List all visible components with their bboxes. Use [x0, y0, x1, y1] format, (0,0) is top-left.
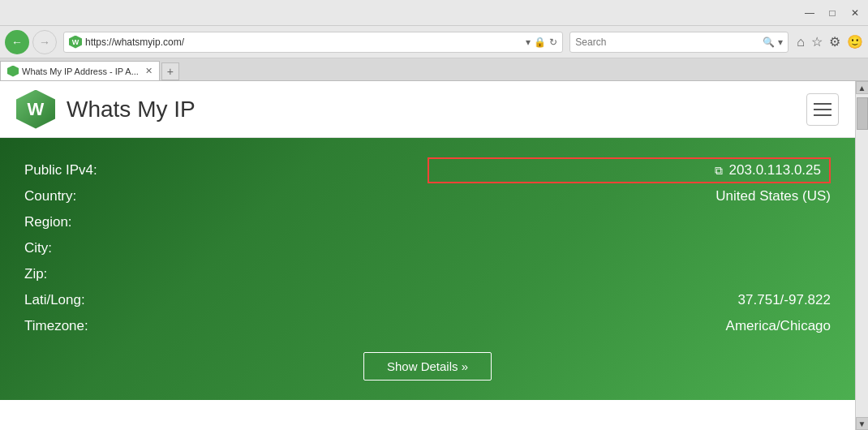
- country-label: Country:: [24, 183, 428, 209]
- scroll-down-button[interactable]: ▼: [856, 417, 869, 430]
- search-bar[interactable]: 🔍 ▾: [569, 32, 789, 53]
- zip-value: [428, 261, 831, 287]
- timezone-label: Timezone:: [24, 313, 428, 339]
- scrollbar: ▲ ▼: [855, 81, 868, 430]
- browser-window: — □ ✕ ← → W https://whatsmyip.com/ ▾ 🔒 ↻…: [0, 0, 868, 430]
- city-label: City:: [24, 235, 428, 261]
- ip-grid: Public IPv4: ⧉ 203.0.113.0.25 Country: U…: [24, 157, 831, 339]
- hamburger-button[interactable]: [806, 93, 839, 126]
- hamburger-line-2: [814, 109, 831, 110]
- browser-content-wrap: W Whats My IP Public IPv4: ⧉ 20: [0, 81, 868, 430]
- search-dropdown-icon[interactable]: ▾: [778, 37, 783, 48]
- scrollbar-thumb[interactable]: [857, 97, 868, 130]
- toolbar-icons: ⌂ ☆ ⚙ 🙂: [797, 34, 863, 49]
- hamburger-line-1: [814, 103, 831, 105]
- latilong-label: Lati/Long:: [24, 287, 428, 313]
- hamburger-line-3: [814, 114, 831, 116]
- minimize-button[interactable]: —: [803, 6, 816, 19]
- address-bar-favicon: W: [69, 36, 82, 49]
- tab-favicon: [7, 66, 19, 77]
- ipv4-label: Public IPv4:: [24, 157, 428, 183]
- tab-label: Whats My IP Address - IP A...: [22, 67, 139, 76]
- emoji-icon[interactable]: 🙂: [847, 34, 863, 49]
- new-tab-button[interactable]: +: [161, 62, 179, 80]
- scrollbar-track[interactable]: [856, 94, 868, 417]
- maximize-button[interactable]: □: [826, 6, 839, 19]
- copy-icon[interactable]: ⧉: [715, 164, 723, 178]
- title-bar: — □ ✕: [0, 0, 868, 26]
- region-value: [428, 209, 831, 235]
- settings-icon[interactable]: ⚙: [829, 34, 840, 49]
- back-button[interactable]: ←: [5, 30, 29, 54]
- active-tab[interactable]: Whats My IP Address - IP A... ✕: [0, 61, 160, 80]
- search-input[interactable]: [575, 37, 759, 48]
- zip-label: Zip:: [24, 261, 428, 287]
- ipv4-address: 203.0.113.0.25: [729, 162, 821, 178]
- country-value: United States (US): [428, 183, 831, 209]
- region-label: Region:: [24, 209, 428, 235]
- favorites-icon[interactable]: ☆: [811, 34, 823, 49]
- search-icon[interactable]: 🔍: [763, 37, 775, 48]
- site-header: W Whats My IP: [0, 81, 855, 138]
- latilong-value: 37.751/-97.822: [428, 287, 831, 313]
- address-icons: ▾ 🔒 ↻: [526, 37, 557, 48]
- browser-content: W Whats My IP Public IPv4: ⧉ 20: [0, 81, 855, 430]
- nav-bar: ← → W https://whatsmyip.com/ ▾ 🔒 ↻ 🔍 ▾ ⌂…: [0, 26, 868, 58]
- refresh-icon[interactable]: ↻: [549, 37, 557, 48]
- scroll-up-button[interactable]: ▲: [856, 81, 869, 94]
- ipv4-value: ⧉ 203.0.113.0.25: [428, 157, 831, 183]
- home-icon[interactable]: ⌂: [797, 35, 805, 49]
- site-logo-wrap: W Whats My IP: [16, 90, 196, 129]
- timezone-value: America/Chicago: [428, 313, 831, 339]
- address-text: https://whatsmyip.com/: [85, 37, 522, 48]
- ip-section: Public IPv4: ⧉ 203.0.113.0.25 Country: U…: [0, 138, 855, 400]
- site-logo-hex: W: [16, 90, 55, 129]
- show-details-wrap: Show Details »: [24, 352, 831, 381]
- show-details-button[interactable]: Show Details »: [363, 352, 492, 381]
- forward-button[interactable]: →: [32, 30, 57, 54]
- city-value: [428, 235, 831, 261]
- tab-close-button[interactable]: ✕: [145, 66, 153, 76]
- lock-icon: 🔒: [534, 37, 546, 48]
- logo-letter: W: [28, 99, 45, 120]
- address-dropdown-icon[interactable]: ▾: [526, 37, 531, 48]
- tab-bar: Whats My IP Address - IP A... ✕ +: [0, 58, 868, 81]
- close-button[interactable]: ✕: [849, 6, 862, 19]
- address-bar[interactable]: W https://whatsmyip.com/ ▾ 🔒 ↻: [63, 32, 563, 53]
- site-title: Whats My IP: [67, 97, 196, 123]
